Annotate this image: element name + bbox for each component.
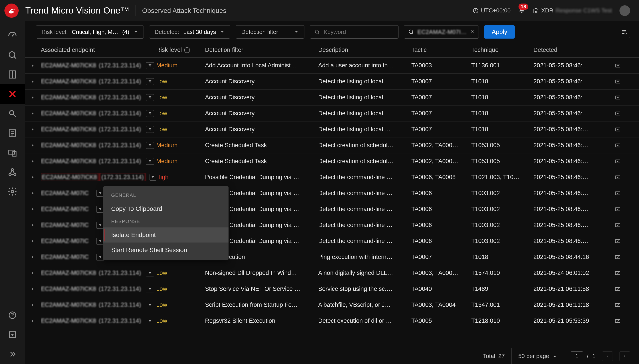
sidebar-item-search[interactable] [0, 45, 25, 65]
col-risk[interactable]: Risk leveli [156, 46, 205, 54]
row-expander[interactable] [25, 74, 41, 89]
col-technique[interactable]: Technique [471, 46, 533, 54]
sidebar-expand-button[interactable] [0, 344, 25, 364]
next-page-button[interactable] [619, 351, 630, 361]
sidebar-item-workbench[interactable] [0, 65, 25, 84]
endpoint-filter-button[interactable] [146, 62, 154, 69]
row-action-button[interactable] [609, 190, 626, 196]
table-row[interactable]: EC2AMAZ-M07ICK8 (172.31.23.114) Low Acco… [25, 90, 639, 106]
clear-endpoint-filter[interactable] [470, 29, 475, 35]
table-row[interactable]: EC2AMAZ-M07ICK8 (172.31.23.114) Low Non-… [25, 265, 639, 281]
endpoint-filter-chip[interactable]: EC2AMAZ-M07I… [404, 25, 479, 38]
row-action-button[interactable] [609, 302, 626, 308]
table-row[interactable]: EC2AMAZ-M07ICK8 (172.31.23.114) Low Acco… [25, 74, 639, 90]
row-action-button[interactable] [609, 318, 626, 324]
row-action-button[interactable] [609, 174, 626, 180]
row-expander[interactable] [25, 138, 41, 153]
row-action-button[interactable] [609, 222, 626, 228]
risk-level-filter[interactable]: Risk level: Critical, High, M… (4) [36, 25, 144, 38]
endpoint-filter-button[interactable] [146, 318, 154, 324]
sidebar-item-attack-techniques[interactable] [0, 84, 25, 104]
endpoint-cell[interactable]: EC2AMAZ-M07ICK8 (172.31.23.114) [41, 142, 156, 149]
table-row[interactable]: EC2AMAZ-M07ICK8 (172.31.23.114) Medium C… [25, 138, 639, 154]
sidebar-item-settings[interactable] [0, 182, 25, 201]
endpoint-filter-button[interactable] [146, 270, 154, 276]
ctx-copy-clipboard[interactable]: Copy To Clipboard [103, 201, 228, 216]
row-expander[interactable] [25, 122, 41, 137]
endpoint-cell[interactable]: EC2AMAZ-M07ICK8 (172.31.23.114) [41, 62, 156, 69]
endpoint-cell[interactable]: EC2AMAZ-M07ICK8 (172.31.23.114) [41, 158, 156, 165]
table-row[interactable]: EC2AMAZ-M07ICK8 (172.31.23.114) Medium A… [25, 58, 639, 74]
row-expander[interactable] [25, 249, 41, 265]
row-expander[interactable] [25, 201, 41, 217]
endpoint-cell[interactable]: EC2AMAZ-M07ICK8 (172.31.23.114) [41, 94, 156, 101]
keyword-search[interactable] [310, 25, 399, 38]
endpoint-filter-button[interactable] [146, 94, 154, 101]
endpoint-cell[interactable]: EC2AMAZ-M07ICK8 (172.31.23.114) [41, 270, 156, 276]
ctx-isolate-endpoint[interactable]: Isolate Endpoint [103, 228, 228, 242]
endpoint-cell[interactable]: EC2AMAZ-M07ICK8 (172.31.23.114) [41, 286, 156, 292]
row-expander[interactable] [25, 154, 41, 169]
endpoint-cell[interactable]: EC2AMAZ-M07ICK8 (172.31.23.114) [41, 126, 156, 133]
endpoint-cell[interactable]: EC2AMAZ-M07ICK8 (172.31.23.114) [41, 302, 156, 308]
row-action-button[interactable] [609, 126, 626, 132]
keyword-input[interactable] [324, 28, 394, 36]
col-endpoint[interactable]: Associated endpoint [41, 46, 156, 54]
table-row[interactable]: EC2AMAZ-M07ICK8 (172.31.23.114) Low Acco… [25, 122, 639, 138]
sidebar-item-investigate[interactable] [0, 104, 25, 123]
prev-page-button[interactable] [602, 351, 613, 361]
row-action-button[interactable] [609, 270, 626, 276]
sidebar-item-add[interactable] [0, 325, 25, 344]
endpoint-filter-button[interactable] [146, 158, 154, 165]
endpoint-filter-button[interactable] [146, 286, 154, 292]
endpoint-cell[interactable]: EC2AMAZ-M07ICK8 (172.31.23.114) [41, 173, 156, 181]
brand-logo[interactable] [5, 4, 19, 18]
row-action-button[interactable] [609, 94, 626, 101]
sidebar-item-dashboard[interactable] [0, 26, 25, 45]
table-row[interactable]: EC2AMAZ-M07ICK8 (172.31.23.114) High Pos… [25, 169, 639, 185]
table-row[interactable]: EC2AMAZ-M07ICK8 (172.31.23.114) Low Stop… [25, 281, 639, 297]
detection-filter-dropdown[interactable]: Detection filter [236, 25, 304, 38]
ctx-remote-shell[interactable]: Start Remote Shell Session [103, 242, 228, 258]
row-expander[interactable] [25, 58, 41, 74]
timezone-indicator[interactable]: UTC+00:00 [473, 7, 511, 14]
row-action-button[interactable] [609, 206, 626, 212]
col-description[interactable]: Description [318, 46, 411, 54]
info-icon[interactable]: i [184, 47, 190, 53]
row-action-button[interactable] [609, 142, 626, 148]
col-detected[interactable]: Detected [533, 46, 609, 54]
endpoint-filter-button[interactable] [150, 174, 156, 181]
endpoint-filter-button[interactable] [146, 110, 154, 117]
row-action-button[interactable] [609, 158, 626, 164]
page-input[interactable] [571, 351, 583, 361]
row-action-button[interactable] [609, 110, 626, 116]
sidebar-item-network[interactable] [0, 162, 25, 182]
row-expander[interactable] [25, 281, 41, 297]
table-row[interactable]: EC2AMAZ-M07ICK8 (172.31.23.114) Low Scri… [25, 297, 639, 313]
endpoint-cell[interactable]: EC2AMAZ-M07ICK8 (172.31.23.114) [41, 110, 156, 117]
row-expander[interactable] [25, 313, 41, 329]
row-expander[interactable] [25, 169, 41, 185]
table-row[interactable]: EC2AMAZ-M07ICK8 (172.31.23.114) Medium C… [25, 154, 639, 169]
endpoint-filter-button[interactable] [146, 78, 154, 85]
sidebar-item-help[interactable] [0, 306, 25, 325]
sidebar-item-reports[interactable] [0, 123, 25, 143]
endpoint-filter-button[interactable] [146, 302, 154, 308]
apply-button[interactable]: Apply [484, 25, 515, 38]
table-row[interactable]: EC2AMAZ-M07ICK8 (172.31.23.114) Low Regs… [25, 313, 639, 329]
col-detection-filter[interactable]: Detection filter [205, 46, 318, 54]
row-expander[interactable] [25, 265, 41, 281]
row-expander[interactable] [25, 297, 41, 313]
per-page-selector[interactable]: 50 per page [511, 348, 564, 364]
user-avatar[interactable] [619, 5, 630, 16]
column-settings-button[interactable] [618, 26, 630, 38]
sidebar-item-devices[interactable] [0, 143, 25, 162]
row-action-button[interactable] [609, 286, 626, 292]
endpoint-filter-button[interactable] [146, 142, 154, 149]
row-expander[interactable] [25, 106, 41, 121]
row-action-button[interactable] [609, 238, 626, 244]
row-expander[interactable] [25, 217, 41, 233]
row-action-button[interactable] [609, 62, 626, 69]
endpoint-filter-button[interactable] [146, 126, 154, 133]
endpoint-cell[interactable]: EC2AMAZ-M07ICK8 (172.31.23.114) [41, 78, 156, 85]
